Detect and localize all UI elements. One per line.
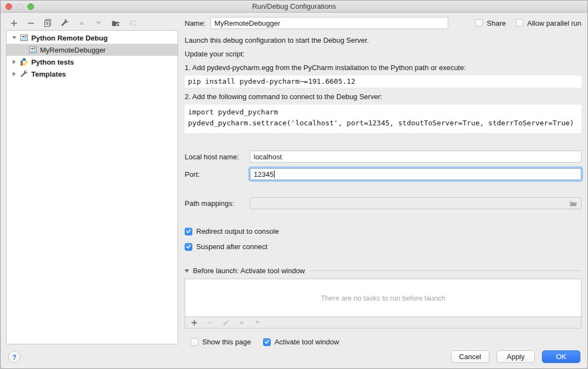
tree-item-label: MyRemoteDebugger [40,46,106,54]
tree-item-label: Python Remote Debug [31,34,107,42]
apply-button[interactable]: Apply [496,350,535,363]
before-launch-task-list: There are no tasks to run before launch [185,279,581,328]
edit-icon [222,319,230,326]
step1-text: 1. Add pydevd-pycharm.egg from the PyCha… [185,64,581,72]
add-task-button[interactable] [190,319,198,326]
zoom-window-button[interactable] [27,3,34,10]
chevron-right-icon[interactable] [11,59,18,65]
allow-parallel-run-label: Allow parallel run [527,19,581,27]
share-checkbox[interactable]: Share [475,19,506,27]
chevron-down-icon[interactable] [11,34,18,41]
redirect-output-checkbox[interactable]: Redirect output to console [185,227,581,235]
move-down-button[interactable] [93,18,104,28]
add-icon [10,19,18,27]
section-divider [310,270,581,271]
configuration-form: Name: Share Allow parallel run Launch th… [185,17,581,346]
move-task-up-button[interactable] [238,319,246,326]
tree-item-python-remote-debug[interactable]: Python Remote Debug [7,32,178,44]
name-input[interactable] [210,17,448,29]
templates-icon [20,70,28,78]
activate-tool-window-checkbox[interactable]: Activate tool window [263,338,339,346]
folder-open-icon [569,199,578,207]
sort-configurations-button[interactable] [127,18,138,28]
new-folder-button[interactable] [110,18,121,28]
before-launch-title: Before launch: Activate tool window [193,267,305,275]
text-caret [274,170,275,178]
update-script-text: Update your script: [185,50,581,59]
copy-icon [43,19,52,27]
remove-icon [207,319,214,326]
dialog-buttons: Cancel Apply OK [451,350,580,363]
before-launch-header[interactable]: Before launch: Activate tool window [185,267,581,275]
suspend-after-connect-checkbox[interactable]: Suspend after connect [185,243,581,251]
checkbox-checked-icon [185,243,192,251]
settrace-code[interactable]: import pydevd_pycharmpydevd_pycharm.sett… [185,105,581,133]
checkbox-unchecked-icon [191,338,198,346]
page-options: Show this page Activate tool window [191,338,581,346]
tree-item-label: Python tests [31,58,74,66]
remove-icon [27,19,35,27]
remove-task-button[interactable] [206,319,214,326]
name-label: Name: [185,19,205,27]
share-label: Share [487,19,506,27]
local-host-input[interactable] [250,151,581,163]
description-text: Launch this debug configuration to start… [185,36,581,45]
tree-item-label: Templates [31,70,66,78]
step2-text: 2. Add the following command to connect … [185,93,581,101]
move-task-down-button[interactable] [254,319,261,326]
move-down-icon [95,19,102,27]
move-up-icon [238,319,245,326]
tree-item-templates[interactable]: Templates [7,68,178,80]
copy-configuration-button[interactable] [42,18,53,28]
port-input[interactable]: 12345 [250,168,581,180]
move-up-button[interactable] [76,18,87,28]
port-row: Port: 12345 [185,168,581,180]
move-up-icon [78,19,85,27]
title-bar: Run/Debug Configurations [1,1,587,13]
remove-configuration-button[interactable] [25,18,36,28]
question-mark-icon: ? [12,353,16,361]
path-mappings-row: Path mappings: [185,197,581,209]
remote-debug-config-icon [28,45,37,54]
check-icon [186,244,191,249]
edit-task-button[interactable] [222,319,230,326]
checkbox-checked-icon [185,228,192,235]
path-mappings-label: Path mappings: [185,199,250,207]
tree-item-myremotedebugger[interactable]: MyRemoteDebugger [7,44,178,56]
show-this-page-label: Show this page [202,338,251,346]
cancel-button[interactable]: Cancel [451,350,489,363]
new-folder-icon [111,19,121,27]
remote-debug-config-icon [20,33,28,42]
check-icon [264,339,270,344]
activate-tool-window-label: Activate tool window [275,338,339,346]
help-button[interactable]: ? [8,351,20,363]
checkbox-unchecked-icon [516,19,523,27]
browse-mappings-button[interactable] [567,198,579,208]
ok-button[interactable]: OK [542,350,580,363]
minimize-window-button[interactable] [16,3,23,10]
add-icon [191,319,198,326]
pip-install-code[interactable]: pip install pydevd-pycharm~=191.6605.12 [185,76,581,88]
configurations-toolbar [8,18,138,28]
task-list-toolbar [185,316,581,328]
window-controls [5,3,34,10]
code-line-1: import pydevd_pycharm [188,108,278,116]
tree-item-python-tests[interactable]: Python tests [7,56,178,68]
local-host-label: Local host name: [185,153,250,161]
local-host-row: Local host name: [185,151,581,163]
configurations-tree: Python Remote Debug MyRemoteDebugger [6,30,178,344]
collapse-triangle-icon [185,269,189,273]
checkbox-unchecked-icon [475,19,483,27]
run-debug-configurations-dialog: Run/Debug Configurations [0,0,588,369]
window-title: Run/Debug Configurations [252,2,336,10]
allow-parallel-run-checkbox[interactable]: Allow parallel run [516,19,581,27]
show-this-page-checkbox[interactable]: Show this page [191,338,251,346]
close-window-button[interactable] [5,3,12,10]
sort-alphabetically-icon [128,19,137,27]
chevron-right-icon[interactable] [11,71,18,77]
add-configuration-button[interactable] [8,18,19,28]
empty-tasks-message: There are no tasks to run before launch [185,279,581,316]
path-mappings-input[interactable] [250,197,581,209]
check-icon [186,229,191,234]
edit-templates-button[interactable] [59,18,70,28]
